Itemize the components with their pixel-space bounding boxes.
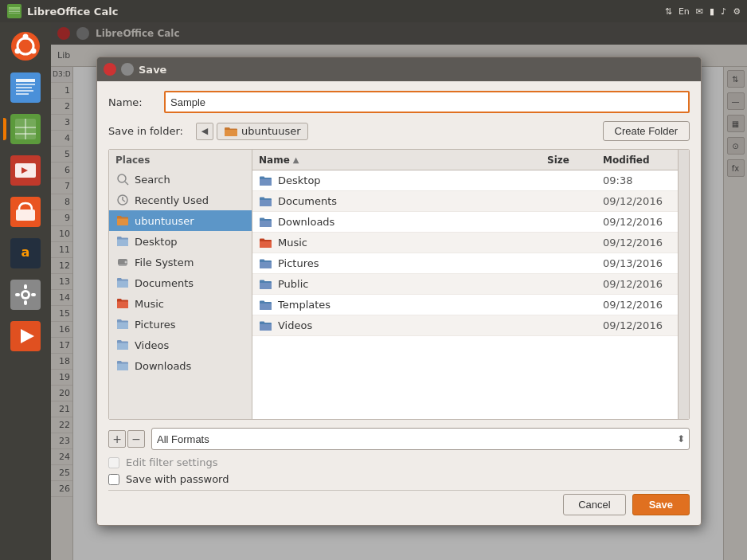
launcher-item-impress[interactable] xyxy=(6,151,45,190)
places-item-desktop[interactable]: Desktop xyxy=(109,231,252,252)
clock-icon xyxy=(115,193,130,207)
dialog-min-btn[interactable] xyxy=(121,63,134,76)
places-item-filesystem-label: File System xyxy=(135,257,194,268)
name-label: Name: xyxy=(108,96,156,108)
save-password-checkbox[interactable] xyxy=(108,474,119,485)
svg-rect-13 xyxy=(16,87,32,88)
svg-point-9 xyxy=(31,49,37,54)
public-folder-file-icon xyxy=(259,277,273,292)
file-name-templates: Templates xyxy=(256,298,547,312)
format-select[interactable]: All Formats ODS Spreadsheet Excel 97-200… xyxy=(151,428,690,450)
svg-rect-25 xyxy=(16,210,35,221)
file-row-documents[interactable]: Documents 09/12/2016 xyxy=(252,191,678,212)
svg-point-7 xyxy=(23,34,29,40)
pictures-folder-icon xyxy=(115,317,130,331)
browser-area: Places Search xyxy=(108,149,690,420)
svg-rect-15 xyxy=(16,93,29,95)
svg-line-41 xyxy=(123,200,125,202)
file-row-pictures[interactable]: Pictures 09/13/2016 xyxy=(252,253,678,274)
file-row-videos[interactable]: Videos 09/12/2016 xyxy=(252,315,678,336)
launcher-item-amazon[interactable]: a xyxy=(6,234,45,272)
file-row-downloads[interactable]: Downloads 09/12/2016 xyxy=(252,212,678,233)
svg-rect-12 xyxy=(16,84,35,85)
file-name-desktop: Desktop xyxy=(256,174,547,188)
add-bookmark-btn[interactable]: + xyxy=(108,430,126,448)
file-name-videos: Videos xyxy=(256,319,547,333)
documents-folder-icon xyxy=(115,276,130,290)
file-modified-videos: 09/12/2016 xyxy=(603,319,675,331)
svg-rect-14 xyxy=(16,90,33,92)
places-item-videos[interactable]: Videos xyxy=(109,335,252,355)
file-row-music[interactable]: Music 09/12/2016 xyxy=(252,233,678,253)
places-item-search[interactable]: Search xyxy=(109,169,252,190)
downloads-folder-file-icon xyxy=(259,215,273,229)
launcher-item-ubuntu[interactable] xyxy=(6,27,45,65)
music-folder-icon xyxy=(115,296,130,311)
folder-nav: ◀ ubuntuuser xyxy=(196,123,595,140)
places-item-filesystem[interactable]: File System xyxy=(109,252,252,272)
svg-rect-44 xyxy=(119,264,127,266)
svg-text:a: a xyxy=(22,245,30,260)
create-folder-btn[interactable]: Create Folder xyxy=(603,121,690,141)
svg-point-30 xyxy=(23,292,28,297)
save-button[interactable]: Save xyxy=(632,494,690,515)
places-item-downloads-label: Downloads xyxy=(135,360,191,372)
col-size-header[interactable]: Size xyxy=(547,155,603,166)
name-input[interactable] xyxy=(164,91,690,113)
file-modified-pictures: 09/13/2016 xyxy=(603,257,675,269)
mail-icon: ✉ xyxy=(696,6,703,17)
svg-rect-2 xyxy=(9,10,20,10)
remove-bookmark-btn[interactable]: − xyxy=(127,430,145,448)
dialog-close-btn[interactable] xyxy=(104,63,116,76)
files-scrollbar[interactable] xyxy=(678,150,689,419)
save-dialog: Save Name: Save in folder: ◀ xyxy=(96,57,702,526)
edit-filter-label: Edit filter settings xyxy=(126,456,218,468)
places-item-music[interactable]: Music xyxy=(109,293,252,314)
places-item-recent[interactable]: Recently Used xyxy=(109,190,252,210)
files-list: Desktop 09:38 xyxy=(252,170,678,419)
current-folder-chip[interactable]: ubuntuuser xyxy=(217,123,308,140)
file-name-documents: Documents xyxy=(256,194,547,209)
file-modified-templates: 09/12/2016 xyxy=(603,299,675,311)
col-name-header[interactable]: Name ▲ xyxy=(256,155,547,166)
taskbar-app-icon xyxy=(6,3,22,19)
videos-folder-icon xyxy=(115,338,130,352)
taskbar-right: ⇅ En ✉ ▮ ♪ ⚙ xyxy=(665,6,741,17)
launcher-item-store[interactable] xyxy=(6,193,45,231)
save-password-row: Save with password xyxy=(108,473,690,485)
dialog-overlay: Save Name: Save in folder: ◀ xyxy=(51,22,747,560)
edit-filter-checkbox[interactable] xyxy=(108,457,119,468)
file-row-templates[interactable]: Templates 09/12/2016 xyxy=(252,295,678,315)
add-remove-btns: + − xyxy=(108,430,145,448)
edit-filter-row: Edit filter settings xyxy=(108,456,690,468)
places-item-pictures[interactable]: Pictures xyxy=(109,314,252,335)
nav-back-btn[interactable]: ◀ xyxy=(196,123,213,140)
file-modified-desktop: 09:38 xyxy=(603,174,675,186)
launcher-item-calc[interactable] xyxy=(6,110,45,148)
places-item-documents[interactable]: Documents xyxy=(109,272,252,293)
places-item-home[interactable]: ubuntuuser xyxy=(109,210,252,231)
svg-point-37 xyxy=(118,174,126,182)
places-item-pictures-label: Pictures xyxy=(135,319,175,331)
volume-icon: ♪ xyxy=(721,6,726,17)
taskbar-title: LibreOffice Calc xyxy=(6,3,118,19)
svg-rect-33 xyxy=(15,293,20,296)
svg-rect-34 xyxy=(31,293,36,296)
file-row-desktop[interactable]: Desktop 09:38 xyxy=(252,170,678,191)
col-modified-header[interactable]: Modified xyxy=(603,155,675,166)
file-modified-documents: 09/12/2016 xyxy=(603,195,675,207)
file-row-public[interactable]: Public 09/12/2016 xyxy=(252,274,678,295)
dialog-titlebar: Save xyxy=(97,57,701,81)
templates-folder-file-icon xyxy=(259,298,273,312)
launcher-item-settings[interactable] xyxy=(6,276,45,314)
file-name-public: Public xyxy=(256,277,547,292)
launcher-item-media[interactable] xyxy=(6,317,45,355)
launcher-item-writer[interactable] xyxy=(6,69,45,107)
downloads-folder-icon-sidebar xyxy=(115,358,130,373)
music-folder-file-icon xyxy=(259,236,273,250)
cancel-button[interactable]: Cancel xyxy=(563,494,625,515)
file-name-music: Music xyxy=(256,236,547,250)
svg-point-43 xyxy=(125,261,127,264)
places-item-downloads[interactable]: Downloads xyxy=(109,355,252,376)
save-in-label: Save in folder: xyxy=(108,125,188,137)
